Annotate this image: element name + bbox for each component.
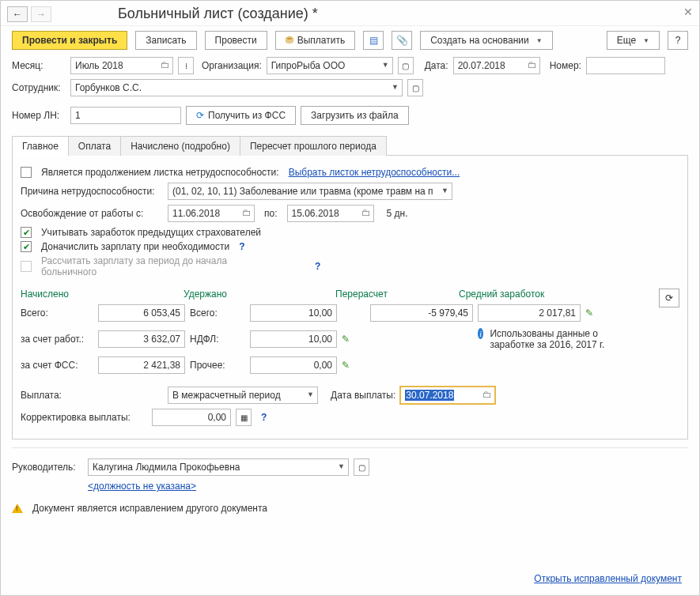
month-label: Месяц: (12, 60, 66, 71)
tab-payment[interactable]: Оплата (68, 136, 121, 156)
reason-row: Причина нетрудоспособности: (01, 02, 10,… (21, 183, 679, 200)
reason-combo[interactable]: (01, 02, 10, 11) Заболевание или травма … (168, 183, 452, 200)
tab-recalc[interactable]: Пересчет прошлого периода (240, 136, 387, 156)
calendar-icon[interactable]: 🗀 (482, 389, 492, 400)
fss-value[interactable]: 2 421,38 (98, 356, 185, 374)
org-open-button[interactable]: ▢ (398, 57, 414, 74)
position-link[interactable]: <должность не указана> (88, 481, 196, 492)
employee-row: Сотрудник: Горбунков С.С. ▼ ▢ (1, 77, 699, 99)
calendar-icon[interactable]: 🗀 (361, 207, 371, 218)
manager-combo[interactable]: Калугина Людмила Прокофьевна ▼ (88, 458, 349, 476)
recalc-value[interactable]: -5 979,45 (370, 304, 473, 322)
correction-value[interactable]: 0,00 (152, 409, 231, 426)
post-and-close-button[interactable]: Провести и закрыть (12, 31, 127, 50)
refresh-button[interactable]: ⟳ (659, 289, 679, 307)
more-label: Еще (617, 35, 636, 46)
payout-type-combo[interactable]: В межрасчетный период ▼ (168, 387, 318, 404)
reason-label: Причина нетрудоспособности: (21, 186, 163, 197)
chevron-down-icon: ▼ (307, 390, 314, 398)
month-input[interactable]: Июль 2018 🗀 (70, 57, 173, 74)
chevron-down-icon: ▼ (643, 37, 649, 44)
ln-input[interactable]: 1 (70, 107, 181, 124)
toolbar: Провести и закрыть Записать Провести ⛃ В… (1, 26, 699, 55)
employer-value[interactable]: 3 632,07 (98, 330, 185, 348)
chevron-down-icon: ▼ (338, 462, 345, 470)
info-icon: i (478, 328, 483, 339)
document-icon-button[interactable]: ▤ (363, 31, 384, 50)
help-icon[interactable]: ? (239, 241, 244, 252)
open-fixed-doc-link-wrap: Открыть исправленный документ (534, 573, 682, 586)
pencil-icon[interactable]: ✎ (342, 334, 365, 345)
employer-label: за счет работ.: (21, 334, 93, 345)
manager-label: Руководитель: (12, 462, 83, 473)
load-from-file-button[interactable]: Загрузить из файла (301, 106, 409, 125)
open-fixed-doc-link[interactable]: Открыть исправленный документ (534, 573, 682, 584)
date-value: 20.07.2018 (458, 60, 505, 71)
tab-main[interactable]: Главное (12, 136, 69, 156)
accrue-label: Доначислить зарплату при необходимости (41, 241, 229, 252)
create-based-on-button[interactable]: Создать на основании ▼ (420, 31, 552, 50)
total-value[interactable]: 6 053,45 (98, 304, 185, 322)
help-icon[interactable]: ? (315, 261, 320, 272)
payout-date-input[interactable]: 30.07.2018 🗀 (400, 387, 495, 404)
prev-insurers-checkbox[interactable] (21, 227, 32, 238)
manager-open-button[interactable]: ▢ (354, 458, 369, 476)
payout-row: Выплата: В межрасчетный период ▼ Дата вы… (21, 387, 679, 404)
calculator-button[interactable]: ▦ (236, 409, 252, 426)
nav-back-button[interactable]: ← (7, 6, 28, 22)
date-input[interactable]: 20.07.2018 🗀 (453, 57, 540, 74)
recalc-checkbox (21, 261, 32, 272)
close-icon[interactable]: ✕ (683, 6, 693, 18)
get-from-fss-button[interactable]: ⟳ Получить из ФСС (186, 106, 296, 125)
employee-open-button[interactable]: ▢ (407, 79, 423, 96)
withheld-head: Удержано (184, 289, 331, 300)
withheld-total-value[interactable]: 10,00 (250, 304, 337, 322)
calendar-icon[interactable]: 🗀 (528, 59, 537, 70)
number-input[interactable] (586, 57, 665, 74)
total-label: Всего: (21, 307, 93, 319)
accrue-checkbox[interactable] (21, 241, 32, 252)
absence-to-label: по: (264, 208, 278, 219)
choose-sheet-link[interactable]: Выбрать листок нетрудоспособности... (289, 167, 460, 178)
attachment-button[interactable]: 📎 (392, 31, 412, 50)
money-grid: Всего: 6 053,45 Всего: 10,00 -5 979,45 2… (21, 304, 679, 374)
post-button[interactable]: Провести (205, 31, 267, 50)
other-value[interactable]: 0,00 (250, 356, 337, 374)
help-icon[interactable]: ? (261, 412, 267, 423)
calendar-icon[interactable]: 🗀 (161, 59, 170, 70)
separator (12, 447, 688, 448)
calendar-icon[interactable]: 🗀 (242, 207, 252, 218)
org-value: ГипроРыба ООО (271, 60, 346, 71)
employee-combo[interactable]: Горбунков С.С. ▼ (70, 79, 403, 96)
more-button[interactable]: Еще ▼ (607, 31, 660, 50)
warning-text: Документ является исправлением другого д… (32, 503, 267, 514)
ndfl-value[interactable]: 10,00 (250, 330, 337, 348)
tab-accrued-detail[interactable]: Начислено (подробно) (120, 136, 240, 156)
absence-to-input[interactable]: 15.06.2018 🗀 (287, 205, 374, 222)
nav-forward-button[interactable]: → (31, 6, 51, 22)
window: ← → Больничный лист (создание) * ✕ Прове… (0, 0, 700, 596)
month-stepper[interactable]: ⁞ (178, 57, 194, 74)
number-label: Номер: (550, 60, 581, 71)
continuation-label: Является продолжением листка нетрудоспос… (41, 167, 279, 178)
month-value: Июль 2018 (75, 60, 123, 71)
money-headers: Начислено Удержано Перерасчет Средний за… (21, 289, 679, 300)
manager-row: Руководитель: Калугина Людмила Прокофьев… (1, 456, 699, 478)
header-row-1: Месяц: Июль 2018 🗀 ⁞ Организация: ГипроР… (1, 55, 699, 77)
org-combo[interactable]: ГипроРыба ООО ▼ (267, 57, 393, 74)
download-icon: ⟳ (196, 110, 204, 121)
avg-value[interactable]: 2 017,81 (478, 304, 581, 322)
absence-from-input[interactable]: 11.06.2018 🗀 (168, 205, 255, 222)
org-label: Организация: (202, 60, 262, 71)
paperclip-icon: 📎 (396, 35, 408, 46)
pay-button[interactable]: ⛃ Выплатить (275, 31, 356, 50)
pencil-icon[interactable]: ✎ (585, 307, 609, 319)
position-row: <должность не указана> (1, 478, 699, 494)
create-based-label: Создать на основании (430, 35, 529, 46)
help-button[interactable]: ? (668, 31, 688, 50)
continuation-checkbox[interactable] (21, 167, 32, 178)
save-button[interactable]: Записать (135, 31, 196, 50)
pencil-icon[interactable]: ✎ (342, 360, 365, 371)
pay-label: Выплатить (297, 35, 346, 46)
correction-label: Корректировка выплаты: (21, 412, 147, 423)
